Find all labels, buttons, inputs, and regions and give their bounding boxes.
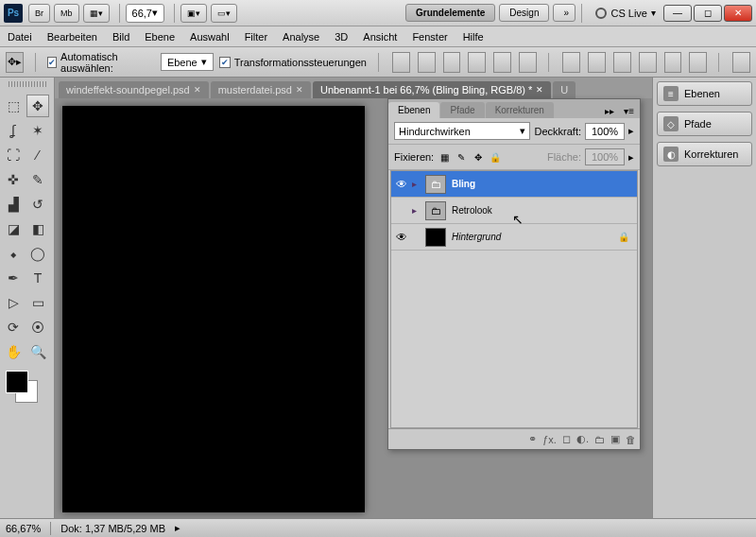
status-zoom[interactable]: 66,67% <box>6 523 41 534</box>
lock-transparent-icon[interactable]: ▦ <box>438 150 451 164</box>
toolbox-grip[interactable] <box>2 81 52 91</box>
zoom-dropdown[interactable]: 66,7 ▾ <box>126 4 164 23</box>
move-tool-icon[interactable]: ✥▸ <box>6 52 24 73</box>
menu-hilfe[interactable]: Hilfe <box>463 31 484 43</box>
workspace-tab-active[interactable]: Grundelemente <box>405 4 495 22</box>
panel-tab-pfade[interactable]: Pfade <box>440 102 484 118</box>
color-swatches[interactable] <box>2 371 40 408</box>
view-extras-button[interactable]: ▦▾ <box>83 4 110 23</box>
menu-fenster[interactable]: Fenster <box>412 31 447 43</box>
doc-tab-4[interactable]: U <box>553 81 576 98</box>
dock-layers-button[interactable]: ≡Ebenen <box>657 81 752 106</box>
quickselect-tool[interactable]: ✶ <box>26 119 49 142</box>
zoom-tool[interactable]: 🔍 <box>26 340 49 363</box>
panel-tab-ebenen[interactable]: Ebenen <box>388 102 439 118</box>
close-tab-icon[interactable]: ✕ <box>296 85 303 95</box>
type-tool[interactable]: T <box>26 267 49 289</box>
cslive-button[interactable]: CS Live ▾ <box>595 8 656 19</box>
minibridge-button[interactable]: Mb <box>54 4 79 23</box>
delete-layer-icon[interactable]: 🗑 <box>626 434 636 445</box>
distribute-left-button[interactable] <box>639 52 657 73</box>
align-left-button[interactable] <box>468 52 486 73</box>
align-hcenter-button[interactable] <box>493 52 511 73</box>
layer-row-bling[interactable]: 👁 ▸ 🗀 Bling <box>391 171 637 198</box>
menu-ebene[interactable]: Ebene <box>145 31 175 43</box>
eraser-tool[interactable]: ◪ <box>2 217 25 240</box>
spot-heal-tool[interactable]: ✜ <box>2 168 25 191</box>
app-icon[interactable]: Ps <box>4 4 23 23</box>
auto-align-button[interactable] <box>732 52 750 73</box>
workspace-tab-design[interactable]: Design <box>499 4 549 22</box>
pen-tool[interactable]: ✒ <box>2 267 25 289</box>
link-layers-icon[interactable]: ⚭ <box>528 433 537 445</box>
close-tab-icon[interactable]: ✕ <box>536 85 543 95</box>
layer-lock-icon[interactable]: 🔒 <box>618 232 637 242</box>
dock-paths-button[interactable]: ◇Pfade <box>657 112 752 136</box>
panel-menu-icon[interactable]: ▾≡ <box>620 104 638 118</box>
opacity-slider-icon[interactable]: ▸ <box>628 125 634 137</box>
gradient-tool[interactable]: ◧ <box>26 217 49 240</box>
menu-analyse[interactable]: Analyse <box>283 31 319 43</box>
arrange-button[interactable]: ▣▾ <box>180 4 207 23</box>
layer-name[interactable]: Retrolook <box>452 205 637 216</box>
fill-slider-icon[interactable]: ▸ <box>628 151 634 164</box>
distribute-vcenter-button[interactable] <box>588 52 606 73</box>
layer-row-hintergrund[interactable]: 👁 Hintergrund 🔒 <box>391 224 637 251</box>
3d-camera-tool[interactable]: ⦿ <box>26 316 49 338</box>
close-tab-icon[interactable]: ✕ <box>194 85 201 95</box>
close-button[interactable]: ✕ <box>724 5 752 22</box>
layer-visibility-icon[interactable]: 👁 <box>391 178 412 191</box>
hand-tool[interactable]: ✋ <box>2 340 25 363</box>
panel-tab-korrekturen[interactable]: Korrekturen <box>486 102 554 118</box>
path-select-tool[interactable]: ▷ <box>2 291 25 314</box>
move-tool[interactable]: ✥ <box>26 95 49 117</box>
lock-all-icon[interactable]: 🔒 <box>489 150 502 164</box>
clone-tool[interactable]: ▟ <box>2 193 25 216</box>
brush-tool[interactable]: ✎ <box>26 168 49 191</box>
marquee-tool[interactable]: ⬚ <box>2 95 25 117</box>
opacity-input[interactable]: 100% <box>585 123 625 140</box>
menu-ansicht[interactable]: Ansicht <box>363 31 397 43</box>
layer-name[interactable]: Bling <box>452 179 637 189</box>
distribute-hcenter-button[interactable] <box>664 52 682 73</box>
transform-controls-checkbox[interactable]: ✔Transformationssteuerungen <box>219 57 367 68</box>
workspace-more[interactable]: » <box>553 4 576 22</box>
menu-filter[interactable]: Filter <box>245 31 267 43</box>
auto-select-target[interactable]: Ebene▾ <box>161 53 214 71</box>
crop-tool[interactable]: ⛶ <box>2 144 25 166</box>
distribute-top-button[interactable] <box>562 52 580 73</box>
blur-tool[interactable]: ⬥ <box>2 242 25 265</box>
maximize-button[interactable]: ◻ <box>694 5 722 22</box>
screenmode-button[interactable]: ▭▾ <box>211 4 237 23</box>
lock-pixels-icon[interactable]: ✎ <box>455 150 468 164</box>
distribute-bottom-button[interactable] <box>613 52 631 73</box>
menu-auswahl[interactable]: Auswahl <box>190 31 230 43</box>
canvas[interactable] <box>62 106 365 512</box>
eyedropper-tool[interactable]: ⁄ <box>26 144 49 166</box>
menu-bearbeiten[interactable]: Bearbeiten <box>47 31 97 43</box>
layer-mask-icon[interactable]: ◻ <box>562 433 571 445</box>
history-brush-tool[interactable]: ↺ <box>26 193 49 216</box>
layer-row-retrolook[interactable]: ▸ 🗀 Retrolook <box>391 198 637 224</box>
align-top-button[interactable] <box>392 52 410 73</box>
shape-tool[interactable]: ▭ <box>26 291 49 314</box>
new-layer-icon[interactable]: ▣ <box>610 433 620 445</box>
auto-select-checkbox[interactable]: ✔Automatisch auswählen: <box>47 51 155 74</box>
blend-mode-select[interactable]: Hindurchwirken▾ <box>394 122 530 140</box>
layer-name[interactable]: Hintergrund <box>452 232 618 242</box>
foreground-color[interactable] <box>6 371 28 393</box>
menu-datei[interactable]: Datei <box>8 31 32 43</box>
lock-position-icon[interactable]: ✥ <box>472 150 485 164</box>
doc-tab-2[interactable]: musterdatei.psd✕ <box>211 81 311 98</box>
layer-fx-icon[interactable]: ƒx. <box>542 434 557 445</box>
doc-tab-3[interactable]: Unbenannt-1 bei 66,7% (Bling Bling, RGB/… <box>313 81 551 98</box>
dodge-tool[interactable]: ◯ <box>26 242 49 265</box>
adjustment-layer-icon[interactable]: ◐. <box>576 433 589 445</box>
align-bottom-button[interactable] <box>443 52 461 73</box>
bridge-button[interactable]: Br <box>28 4 50 23</box>
3d-rotate-tool[interactable]: ⟳ <box>2 316 25 338</box>
distribute-right-button[interactable] <box>689 52 707 73</box>
status-doc-info[interactable]: Dok: 1,37 MB/5,29 MB <box>60 523 165 534</box>
group-icon[interactable]: 🗀 <box>594 434 605 445</box>
panel-collapse-icon[interactable]: ▸▸ <box>601 104 618 118</box>
